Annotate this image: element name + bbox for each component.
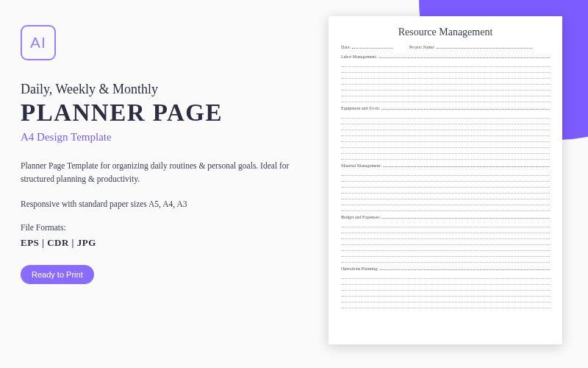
- section-lines: [341, 113, 550, 160]
- date-label: Date:: [341, 45, 351, 49]
- planner-section: Equipment and Tools:: [341, 106, 550, 160]
- planner-section: Labor Management:: [341, 54, 550, 102]
- ruled-line: [341, 170, 550, 176]
- section-label-text: Equipment and Tools:: [341, 106, 380, 110]
- section-lines: [341, 273, 550, 308]
- ruled-line: [341, 142, 550, 148]
- ruled-line: [341, 227, 550, 233]
- ruled-line: [341, 291, 550, 297]
- ruled-line: [341, 61, 550, 67]
- ruled-line: [341, 182, 550, 188]
- ruled-line: [341, 154, 550, 160]
- ruled-line: [341, 96, 550, 102]
- section-label-text: Operations Planning:: [341, 266, 379, 271]
- section-label: Operations Planning:: [341, 266, 550, 271]
- section-lines: [341, 61, 550, 102]
- planner-section: Operations Planning:: [341, 266, 550, 308]
- section-label-dots: [381, 215, 550, 219]
- planner-meta-row: Date: Project Name:: [341, 45, 550, 49]
- section-lines: [341, 170, 550, 211]
- section-lines: [341, 222, 550, 263]
- ruled-line: [341, 130, 550, 136]
- ai-badge: AI: [21, 25, 56, 60]
- ruled-line: [341, 176, 550, 182]
- section-label: Material Management:: [341, 163, 550, 168]
- ruled-line: [341, 67, 550, 73]
- ruled-line: [341, 251, 550, 257]
- ruled-line: [341, 245, 550, 251]
- subtitle: A4 Design Template: [21, 131, 293, 144]
- project-field: Project Name:: [409, 45, 532, 49]
- ruled-line: [341, 136, 550, 142]
- promo-content: AI Daily, Weekly & Monthly PLANNER PAGE …: [21, 25, 293, 284]
- planner-title: Resource Management: [341, 26, 550, 38]
- ruled-line: [341, 279, 550, 285]
- ruled-line: [341, 199, 550, 205]
- section-label: Labor Management:: [341, 54, 550, 59]
- section-label-text: Budget and Expenses:: [341, 215, 380, 219]
- description-2: Responsive with standard paper sizes A5,…: [21, 198, 293, 211]
- description-1: Planner Page Template for organizing dai…: [21, 160, 293, 186]
- formats-label: File Formats:: [21, 223, 293, 232]
- sections-container: Labor Management:Equipment and Tools:Mat…: [341, 54, 550, 308]
- ruled-line: [341, 188, 550, 194]
- ruled-line: [341, 273, 550, 279]
- planner-section: Budget and Expenses:: [341, 215, 550, 263]
- ruled-line: [341, 239, 550, 245]
- ruled-line: [341, 233, 550, 239]
- ruled-line: [341, 113, 550, 118]
- ready-to-print-badge: Ready to Print: [21, 265, 94, 284]
- ruled-line: [341, 118, 550, 124]
- section-label-text: Material Management:: [341, 163, 381, 168]
- ruled-line: [341, 73, 550, 79]
- heading-main: PLANNER PAGE: [21, 99, 293, 127]
- ruled-line: [341, 205, 550, 211]
- project-dots: [437, 45, 532, 49]
- ruled-line: [341, 222, 550, 227]
- project-label: Project Name:: [409, 45, 435, 49]
- ruled-line: [341, 297, 550, 302]
- section-label: Budget and Expenses:: [341, 215, 550, 219]
- ruled-line: [341, 79, 550, 85]
- section-label-dots: [383, 163, 550, 167]
- planner-preview: Resource Management Date: Project Name: …: [329, 16, 562, 344]
- ruled-line: [341, 257, 550, 263]
- ruled-line: [341, 85, 550, 91]
- ruled-line: [341, 124, 550, 130]
- ruled-line: [341, 148, 550, 154]
- ruled-line: [341, 285, 550, 291]
- section-label-dots: [381, 106, 550, 110]
- date-field: Date:: [341, 45, 393, 49]
- ruled-line: [341, 194, 550, 199]
- section-label-dots: [379, 54, 550, 58]
- section-label-dots: [380, 266, 550, 270]
- ai-badge-label: AI: [30, 34, 46, 52]
- ruled-line: [341, 91, 550, 96]
- ruled-line: [341, 302, 550, 308]
- date-dots: [352, 45, 393, 49]
- section-label: Equipment and Tools:: [341, 106, 550, 110]
- formats-list: EPS | CDR | JPG: [21, 237, 293, 249]
- planner-section: Material Management:: [341, 163, 550, 211]
- section-label-text: Labor Management:: [341, 54, 377, 59]
- heading-prefix: Daily, Weekly & Monthly: [21, 81, 293, 98]
